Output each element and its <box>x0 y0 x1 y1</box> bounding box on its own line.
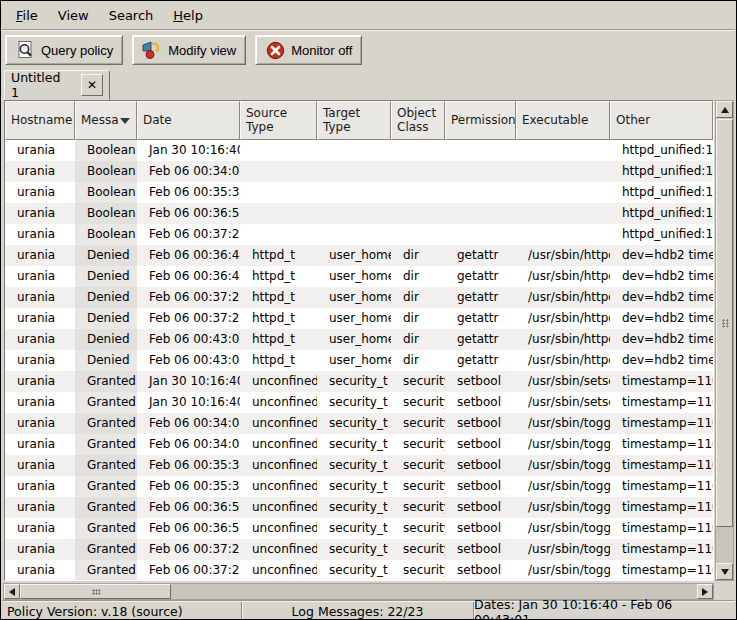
cell-date: Feb 06 00:36:56 <box>137 518 240 539</box>
cell-date: Feb 06 00:36:44 <box>137 266 240 287</box>
tab-bar: Untitled 1 ✕ <box>2 69 735 100</box>
table-row[interactable]: uraniaGrantedJan 30 10:16:40unconfined_s… <box>5 392 713 413</box>
cell-date: Feb 06 00:34:01 <box>137 161 240 182</box>
menu-item-file[interactable]: File <box>6 4 48 27</box>
menu-item-search[interactable]: Search <box>99 4 164 27</box>
cell-hostname: urania <box>5 161 75 182</box>
table-row[interactable]: uraniaBooleanJan 30 10:16:40httpd_unifie… <box>5 140 713 161</box>
menu-bar: FileViewSearchHelp <box>2 2 735 30</box>
column-header-permission[interactable]: Permission <box>445 101 516 140</box>
cell-messa: Boolean <box>75 182 137 203</box>
cell-object-class: security <box>391 392 445 413</box>
menu-item-view[interactable]: View <box>48 4 99 27</box>
cell-date: Feb 06 00:43:01 <box>137 350 240 371</box>
vertical-scrollbar-thumb[interactable] <box>716 119 733 527</box>
cell-permission: getattr <box>445 287 516 308</box>
cell-permission: setbool <box>445 497 516 518</box>
cell-messa: Granted <box>75 539 137 560</box>
table-row[interactable]: uraniaBooleanFeb 06 00:35:35httpd_unifie… <box>5 182 713 203</box>
cell-executable: /usr/sbin/toggle <box>516 434 610 455</box>
scroll-left-button[interactable] <box>4 584 20 599</box>
cell-date: Feb 06 00:37:25 <box>137 560 240 580</box>
cell-messa: Granted <box>75 371 137 392</box>
table-row[interactable]: uraniaDeniedFeb 06 00:43:01httpd_tuser_h… <box>5 329 713 350</box>
column-header-label: Executable <box>522 114 588 128</box>
column-header-label: Date <box>143 114 172 128</box>
table-row[interactable]: uraniaGrantedFeb 06 00:36:56unconfined_s… <box>5 518 713 539</box>
table-row[interactable]: uraniaGrantedFeb 06 00:36:56unconfined_s… <box>5 497 713 518</box>
cell-date: Feb 06 00:37:27 <box>137 308 240 329</box>
cell-permission <box>445 203 516 224</box>
cell-target-type: user_home_ <box>317 245 391 266</box>
column-header-label: Object Class <box>397 107 442 135</box>
table-row[interactable]: uraniaBooleanFeb 06 00:37:25httpd_unifie… <box>5 224 713 245</box>
cell-permission: setbool <box>445 434 516 455</box>
table-row[interactable]: uraniaGrantedFeb 06 00:34:01unconfined_s… <box>5 413 713 434</box>
table-row[interactable]: uraniaGrantedFeb 06 00:34:01unconfined_s… <box>5 434 713 455</box>
table-row[interactable]: uraniaBooleanFeb 06 00:36:56httpd_unifie… <box>5 203 713 224</box>
cell-permission: setbool <box>445 371 516 392</box>
cell-other: timestamp=11076 <box>610 518 713 539</box>
table-row[interactable]: uraniaDeniedFeb 06 00:43:01httpd_tuser_h… <box>5 350 713 371</box>
column-header-executable[interactable]: Executable <box>516 101 610 140</box>
horizontal-scrollbar-thumb[interactable] <box>20 584 171 599</box>
modify-view-button[interactable]: Modify view <box>132 35 246 65</box>
cell-other: timestamp=11076 <box>610 539 713 560</box>
tab-close-icon[interactable]: ✕ <box>81 74 103 96</box>
cell-source-type: httpd_t <box>240 350 317 371</box>
table-row[interactable]: uraniaDeniedFeb 06 00:36:44httpd_tuser_h… <box>5 245 713 266</box>
tab-label: Untitled 1 <box>11 70 72 100</box>
column-header-messa[interactable]: Messa <box>75 101 137 140</box>
column-header-date[interactable]: Date <box>137 101 240 140</box>
cell-source-type: unconfined_ <box>240 560 317 580</box>
cell-source-type: unconfined_ <box>240 392 317 413</box>
cell-messa: Granted <box>75 560 137 580</box>
column-header-target-type[interactable]: Target Type <box>317 101 391 140</box>
cell-object-class <box>391 203 445 224</box>
vertical-scrollbar[interactable] <box>715 100 734 581</box>
table-row[interactable]: uraniaDeniedFeb 06 00:37:27httpd_tuser_h… <box>5 308 713 329</box>
cell-date: Feb 06 00:35:35 <box>137 476 240 497</box>
table-row[interactable]: uraniaGrantedJan 30 10:16:40unconfined_s… <box>5 371 713 392</box>
cell-source-type: httpd_t <box>240 308 317 329</box>
cell-hostname: urania <box>5 476 75 497</box>
cell-executable: /usr/sbin/httpd <box>516 266 610 287</box>
table-row[interactable]: uraniaGrantedFeb 06 00:37:25unconfined_s… <box>5 539 713 560</box>
table-row[interactable]: uraniaDeniedFeb 06 00:36:44httpd_tuser_h… <box>5 266 713 287</box>
query-policy-button[interactable]: Query policy <box>5 35 123 65</box>
cell-object-class: dir <box>391 329 445 350</box>
status-policy-version: Policy Version: v.18 (source) <box>2 602 242 620</box>
cell-target-type: user_home_ <box>317 350 391 371</box>
column-header-source-type[interactable]: Source Type <box>240 101 317 140</box>
tab-untitled-1[interactable]: Untitled 1 ✕ <box>4 70 110 100</box>
cell-hostname: urania <box>5 539 75 560</box>
arrow-right-icon <box>702 588 708 596</box>
menu-item-help[interactable]: Help <box>163 4 213 27</box>
cell-permission: setbool <box>445 560 516 580</box>
scroll-up-button[interactable] <box>716 101 733 118</box>
column-header-label: Permission <box>451 114 516 128</box>
table-row[interactable]: uraniaGrantedFeb 06 00:35:35unconfined_s… <box>5 476 713 497</box>
cell-other: timestamp=11076 <box>610 560 713 580</box>
sort-desc-arrow-icon <box>120 118 130 124</box>
cell-hostname: urania <box>5 287 75 308</box>
column-header-other[interactable]: Other <box>610 101 713 140</box>
cell-target-type: security_t <box>317 392 391 413</box>
cell-source-type: unconfined_ <box>240 434 317 455</box>
cell-object-class: security <box>391 560 445 580</box>
table-row[interactable]: uraniaBooleanFeb 06 00:34:01httpd_unifie… <box>5 161 713 182</box>
cell-messa: Granted <box>75 476 137 497</box>
cell-messa: Granted <box>75 518 137 539</box>
table-row[interactable]: uraniaDeniedFeb 06 00:37:27httpd_tuser_h… <box>5 287 713 308</box>
cell-other: httpd_unified:1, h <box>610 203 713 224</box>
column-header-hostname[interactable]: Hostname <box>5 101 75 140</box>
column-header-object-class[interactable]: Object Class <box>391 101 445 140</box>
cell-source-type <box>240 182 317 203</box>
scroll-down-button[interactable] <box>716 563 733 580</box>
table-row[interactable]: uraniaGrantedFeb 06 00:35:35unconfined_s… <box>5 455 713 476</box>
status-bar: Policy Version: v.18 (source) Log Messag… <box>2 601 735 620</box>
grip-icon <box>91 588 100 595</box>
table-row[interactable]: uraniaGrantedFeb 06 00:37:25unconfined_s… <box>5 560 713 580</box>
cell-source-type: httpd_t <box>240 329 317 350</box>
monitor-off-button[interactable]: Monitor off <box>255 35 362 65</box>
